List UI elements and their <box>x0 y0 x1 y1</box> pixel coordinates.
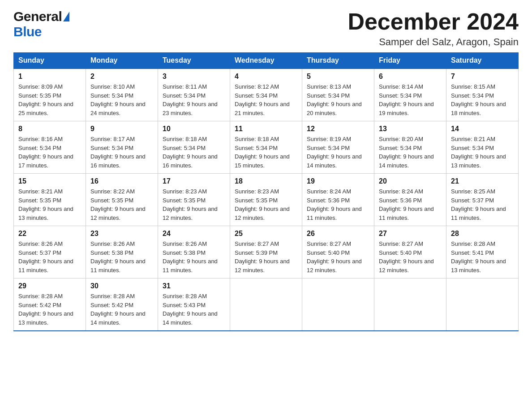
day-info: Sunrise: 8:11 AMSunset: 5:34 PMDaylight:… <box>163 83 218 116</box>
logo-blue-text: Blue <box>13 24 42 39</box>
table-row <box>374 278 446 331</box>
day-info: Sunrise: 8:18 AMSunset: 5:34 PMDaylight:… <box>163 136 218 169</box>
title-area: December 2024 Samper del Salz, Aragon, S… <box>348 9 519 48</box>
day-info: Sunrise: 8:14 AMSunset: 5:34 PMDaylight:… <box>379 83 434 116</box>
day-number: 10 <box>163 125 225 133</box>
day-info: Sunrise: 8:22 AMSunset: 5:35 PMDaylight:… <box>90 188 146 221</box>
calendar-header-row: Sunday Monday Tuesday Wednesday Thursday… <box>14 53 519 69</box>
day-number: 27 <box>379 230 442 238</box>
table-row: 2 Sunrise: 8:10 AMSunset: 5:34 PMDayligh… <box>86 68 158 121</box>
table-row: 11 Sunrise: 8:18 AMSunset: 5:34 PMDaylig… <box>230 121 302 174</box>
header-friday: Friday <box>374 53 446 69</box>
header-tuesday: Tuesday <box>158 53 230 69</box>
day-number: 15 <box>18 177 81 185</box>
table-row <box>446 278 519 331</box>
day-number: 1 <box>18 73 81 81</box>
location-title: Samper del Salz, Aragon, Spain <box>348 36 519 48</box>
day-info: Sunrise: 8:10 AMSunset: 5:34 PMDaylight:… <box>90 83 146 116</box>
header-sunday: Sunday <box>14 53 86 69</box>
day-info: Sunrise: 8:27 AMSunset: 5:40 PMDaylight:… <box>379 240 434 274</box>
day-info: Sunrise: 8:19 AMSunset: 5:34 PMDaylight:… <box>307 136 362 169</box>
day-number: 28 <box>451 230 514 238</box>
day-info: Sunrise: 8:21 AMSunset: 5:34 PMDaylight:… <box>451 136 506 169</box>
day-info: Sunrise: 8:15 AMSunset: 5:34 PMDaylight:… <box>451 83 506 116</box>
calendar-table: Sunday Monday Tuesday Wednesday Thursday… <box>13 52 519 331</box>
day-info: Sunrise: 8:27 AMSunset: 5:40 PMDaylight:… <box>307 240 362 274</box>
header-thursday: Thursday <box>302 53 374 69</box>
day-info: Sunrise: 8:28 AMSunset: 5:41 PMDaylight:… <box>451 240 506 274</box>
header-saturday: Saturday <box>446 53 519 69</box>
day-info: Sunrise: 8:09 AMSunset: 5:35 PMDaylight:… <box>18 83 73 116</box>
table-row: 13 Sunrise: 8:20 AMSunset: 5:34 PMDaylig… <box>374 121 446 174</box>
table-row: 25 Sunrise: 8:27 AMSunset: 5:39 PMDaylig… <box>230 226 302 278</box>
table-row: 7 Sunrise: 8:15 AMSunset: 5:34 PMDayligh… <box>446 68 519 121</box>
table-row: 27 Sunrise: 8:27 AMSunset: 5:40 PMDaylig… <box>374 226 446 278</box>
table-row: 17 Sunrise: 8:23 AMSunset: 5:35 PMDaylig… <box>158 174 230 226</box>
table-row: 5 Sunrise: 8:13 AMSunset: 5:34 PMDayligh… <box>302 68 374 121</box>
table-row: 9 Sunrise: 8:17 AMSunset: 5:34 PMDayligh… <box>86 121 158 174</box>
table-row: 15 Sunrise: 8:21 AMSunset: 5:35 PMDaylig… <box>14 174 86 226</box>
logo-general-text: General <box>13 9 62 24</box>
day-number: 13 <box>379 125 442 133</box>
table-row: 29 Sunrise: 8:28 AMSunset: 5:42 PMDaylig… <box>14 278 86 331</box>
calendar-week-row: 1 Sunrise: 8:09 AMSunset: 5:35 PMDayligh… <box>14 68 519 121</box>
day-number: 23 <box>90 230 153 238</box>
day-number: 20 <box>379 177 442 185</box>
calendar-week-row: 29 Sunrise: 8:28 AMSunset: 5:42 PMDaylig… <box>14 278 519 331</box>
header: General Blue December 2024 Samper del Sa… <box>13 9 519 48</box>
day-info: Sunrise: 8:28 AMSunset: 5:43 PMDaylight:… <box>163 293 218 326</box>
header-monday: Monday <box>86 53 158 69</box>
table-row: 22 Sunrise: 8:26 AMSunset: 5:37 PMDaylig… <box>14 226 86 278</box>
day-number: 4 <box>235 73 297 81</box>
day-info: Sunrise: 8:23 AMSunset: 5:35 PMDaylight:… <box>163 188 218 221</box>
table-row: 10 Sunrise: 8:18 AMSunset: 5:34 PMDaylig… <box>158 121 230 174</box>
day-number: 6 <box>379 73 442 81</box>
table-row: 6 Sunrise: 8:14 AMSunset: 5:34 PMDayligh… <box>374 68 446 121</box>
day-info: Sunrise: 8:17 AMSunset: 5:34 PMDaylight:… <box>90 136 146 169</box>
table-row: 30 Sunrise: 8:28 AMSunset: 5:42 PMDaylig… <box>86 278 158 331</box>
day-info: Sunrise: 8:16 AMSunset: 5:34 PMDaylight:… <box>18 136 73 169</box>
table-row: 3 Sunrise: 8:11 AMSunset: 5:34 PMDayligh… <box>158 68 230 121</box>
table-row: 1 Sunrise: 8:09 AMSunset: 5:35 PMDayligh… <box>14 68 86 121</box>
day-info: Sunrise: 8:28 AMSunset: 5:42 PMDaylight:… <box>90 293 146 326</box>
logo: General Blue <box>13 9 69 39</box>
day-info: Sunrise: 8:18 AMSunset: 5:34 PMDaylight:… <box>235 136 290 169</box>
day-info: Sunrise: 8:25 AMSunset: 5:37 PMDaylight:… <box>451 188 506 221</box>
day-info: Sunrise: 8:27 AMSunset: 5:39 PMDaylight:… <box>235 240 290 274</box>
table-row: 23 Sunrise: 8:26 AMSunset: 5:38 PMDaylig… <box>86 226 158 278</box>
day-number: 26 <box>307 230 369 238</box>
day-info: Sunrise: 8:20 AMSunset: 5:34 PMDaylight:… <box>379 136 434 169</box>
day-info: Sunrise: 8:12 AMSunset: 5:34 PMDaylight:… <box>235 83 290 116</box>
month-title: December 2024 <box>348 9 519 34</box>
table-row: 20 Sunrise: 8:24 AMSunset: 5:36 PMDaylig… <box>374 174 446 226</box>
day-info: Sunrise: 8:24 AMSunset: 5:36 PMDaylight:… <box>307 188 362 221</box>
day-number: 5 <box>307 73 369 81</box>
day-number: 18 <box>235 177 297 185</box>
day-number: 25 <box>235 230 297 238</box>
day-number: 2 <box>90 73 153 81</box>
day-info: Sunrise: 8:21 AMSunset: 5:35 PMDaylight:… <box>18 188 73 221</box>
day-number: 9 <box>90 125 153 133</box>
day-number: 8 <box>18 125 81 133</box>
table-row: 24 Sunrise: 8:26 AMSunset: 5:38 PMDaylig… <box>158 226 230 278</box>
day-number: 14 <box>451 125 514 133</box>
table-row: 21 Sunrise: 8:25 AMSunset: 5:37 PMDaylig… <box>446 174 519 226</box>
day-info: Sunrise: 8:26 AMSunset: 5:37 PMDaylight:… <box>18 240 73 274</box>
day-number: 30 <box>90 282 153 290</box>
table-row: 4 Sunrise: 8:12 AMSunset: 5:34 PMDayligh… <box>230 68 302 121</box>
calendar-week-row: 15 Sunrise: 8:21 AMSunset: 5:35 PMDaylig… <box>14 174 519 226</box>
table-row: 12 Sunrise: 8:19 AMSunset: 5:34 PMDaylig… <box>302 121 374 174</box>
logo-triangle-icon <box>63 12 69 21</box>
day-number: 19 <box>307 177 369 185</box>
table-row <box>302 278 374 331</box>
day-info: Sunrise: 8:28 AMSunset: 5:42 PMDaylight:… <box>18 293 73 326</box>
day-info: Sunrise: 8:13 AMSunset: 5:34 PMDaylight:… <box>307 83 362 116</box>
header-wednesday: Wednesday <box>230 53 302 69</box>
table-row: 28 Sunrise: 8:28 AMSunset: 5:41 PMDaylig… <box>446 226 519 278</box>
day-info: Sunrise: 8:24 AMSunset: 5:36 PMDaylight:… <box>379 188 434 221</box>
table-row: 8 Sunrise: 8:16 AMSunset: 5:34 PMDayligh… <box>14 121 86 174</box>
day-number: 3 <box>163 73 225 81</box>
day-number: 31 <box>163 282 225 290</box>
table-row <box>230 278 302 331</box>
day-number: 16 <box>90 177 153 185</box>
